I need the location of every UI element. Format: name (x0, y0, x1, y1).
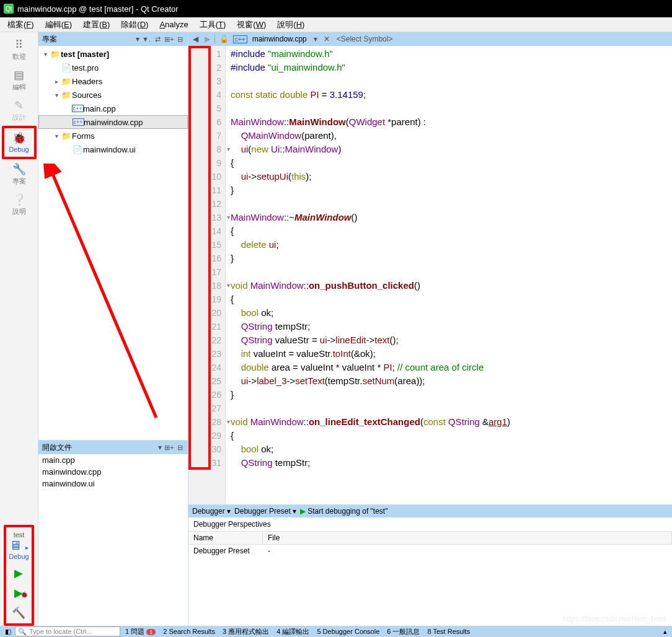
editor-toolbar: ◀ ▶ 🔓 c++ mainwindow.cpp ▾ ✕ <Select Sym… (188, 32, 672, 46)
mode-projects[interactable]: 🔧專案 (2, 159, 37, 190)
debugger-perspectives-label: Debugger Perspectives (188, 517, 672, 531)
menu-edit[interactable]: 編輯(E) (40, 18, 77, 32)
start-debug-button[interactable]: ▶Start debugging of "test" (300, 507, 387, 516)
project-pane-title: 專案 (42, 34, 133, 45)
output-tab[interactable]: 1 問題 1 (122, 627, 159, 636)
filter-icon[interactable]: ▼. (142, 35, 151, 43)
debugger-table[interactable]: Name File Debugger Preset - (188, 531, 672, 557)
debugger-row[interactable]: Debugger Preset - (188, 545, 672, 557)
target-selector[interactable]: test 🖥 ▸ Debug (9, 531, 29, 560)
openfiles-list[interactable]: main.cppmainwindow.cppmainwindow.ui (38, 454, 188, 626)
wrench-icon: 🔧 (12, 163, 27, 175)
menu-debug[interactable]: 除錯(D) (116, 18, 153, 32)
titlebar: Qt mainwindow.cpp @ test [master] - Qt C… (0, 0, 672, 17)
output-tab[interactable]: 8 Test Results (423, 628, 474, 635)
search-icon: 🔍 (18, 628, 27, 636)
mode-edit[interactable]: ▤編輯 (2, 65, 37, 95)
debugger-toolbar: Debugger ▾ Debugger Preset ▾ ▶Start debu… (188, 505, 672, 517)
tree-row[interactable]: ▾📁Forms (38, 129, 188, 143)
output-tab[interactable]: 6 一般訊息 (383, 627, 423, 636)
dropdown-icon[interactable]: ▾ (136, 35, 139, 43)
debugger-preset-dropdown[interactable]: Debugger Preset ▾ (234, 507, 296, 516)
col-name[interactable]: Name (188, 532, 263, 544)
mode-design[interactable]: ✎設計 (2, 95, 37, 126)
code-editor[interactable]: 12345678▾910111213▾1415161718▾1920212223… (188, 46, 672, 504)
tree-row[interactable]: ▾📁test [master] (38, 47, 188, 61)
mode-bar: ⠿歡迎 ▤編輯 ✎設計 🐞Debug 🔧專案 ❔說明 test 🖥 ▸ Debu… (0, 32, 38, 626)
cpp-file-icon: c++ (233, 35, 247, 43)
output-tab[interactable]: 4 編譯輸出 (273, 627, 313, 636)
openfiles-header: 開啟文件 ▾ ⊞+ ⊟ (38, 441, 188, 454)
monitor-icon: 🖥 ▸ (9, 538, 29, 553)
close-pane-icon[interactable]: ⊟ (175, 35, 184, 43)
tree-row[interactable]: 📄test.pro (38, 61, 188, 74)
close-output-icon[interactable]: ▴ (661, 628, 670, 636)
output-tab[interactable]: 2 Search Results (159, 628, 219, 635)
line-gutter[interactable]: 12345678▾910111213▾1415161718▾1920212223… (188, 46, 226, 504)
tree-row[interactable]: c++main.cpp (38, 102, 188, 115)
bug-icon: 🐞 (12, 132, 27, 144)
editor-filename[interactable]: mainwindow.cpp (250, 35, 309, 43)
watermark: https://blog.csdn.net/Rem_boot (563, 615, 666, 623)
col-file[interactable]: File (263, 532, 672, 544)
debugger-panel: Debugger ▾ Debugger Preset ▾ ▶Start debu… (188, 504, 672, 626)
lock-icon[interactable]: 🔓 (218, 35, 231, 43)
output-tab[interactable]: 3 應用程式輸出 (219, 627, 273, 636)
openfile-row[interactable]: mainwindow.cpp (38, 466, 188, 478)
menu-tools[interactable]: 工具(T) (195, 18, 231, 32)
menu-analyze[interactable]: Analyze (154, 19, 193, 30)
openfile-row[interactable]: mainwindow.ui (38, 478, 188, 490)
window-title: mainwindow.cpp @ test [master] - Qt Crea… (17, 4, 179, 14)
symbol-selector[interactable]: <Select Symbol> (334, 35, 670, 43)
menubar: 檔案(F) 編輯(E) 建置(B) 除錯(D) Analyze 工具(T) 視窗… (0, 17, 672, 32)
toggle-sidebar-icon[interactable]: ◧ (2, 628, 14, 636)
close-pane-icon[interactable]: ⊟ (175, 444, 184, 452)
code-content[interactable]: #include "mainwindow.h"#include "ui_main… (226, 46, 672, 504)
pencil-icon: ✎ (12, 99, 27, 112)
menu-window[interactable]: 視窗(W) (232, 18, 271, 32)
add-split-icon[interactable]: ⊞+ (164, 35, 173, 43)
tree-row[interactable]: 📄mainwindow.ui (38, 143, 188, 156)
mode-help[interactable]: ❔說明 (2, 190, 37, 220)
nav-back-icon[interactable]: ◀ (191, 35, 200, 43)
menu-file[interactable]: 檔案(F) (2, 18, 39, 32)
link-icon[interactable]: ⇄ (153, 35, 162, 43)
add-split-icon[interactable]: ⊞+ (164, 444, 173, 452)
menu-build[interactable]: 建置(B) (78, 18, 115, 32)
locator-input[interactable]: 🔍Type to locate (Ctrl... (15, 626, 120, 636)
doc-icon: ▤ (12, 69, 27, 81)
openfiles-title: 開啟文件 (42, 442, 156, 453)
tree-row[interactable]: c++mainwindow.cpp (38, 115, 188, 129)
nav-fwd-icon[interactable]: ▶ (203, 35, 212, 43)
mode-debug[interactable]: 🐞Debug (2, 126, 37, 159)
mode-welcome[interactable]: ⠿歡迎 (2, 35, 37, 65)
question-icon: ❔ (12, 193, 27, 206)
tree-row[interactable]: ▾📁Sources (38, 88, 188, 102)
project-tree[interactable]: ▾📁test [master]📄test.pro▸📁Headers▾📁Sourc… (38, 46, 188, 440)
output-tab[interactable]: 5 Debugger Console (313, 628, 383, 635)
dropdown-icon[interactable]: ▾ (158, 443, 162, 452)
grid-icon: ⠿ (12, 38, 27, 51)
close-file-icon[interactable]: ✕ (322, 35, 332, 43)
project-pane-header: 專案 ▾ ▼. ⇄ ⊞+ ⊟ (38, 32, 188, 46)
run-button[interactable]: ▶ (14, 566, 23, 580)
debug-run-button[interactable]: ▶🐞 (14, 586, 23, 600)
file-dropdown-icon[interactable]: ▾ (312, 35, 319, 43)
statusbar: ◧ 🔍Type to locate (Ctrl... 1 問題 12 Searc… (0, 626, 672, 637)
tree-row[interactable]: ▸📁Headers (38, 74, 188, 88)
debugger-dropdown[interactable]: Debugger ▾ (192, 507, 231, 516)
build-button[interactable]: 🔨 (12, 606, 25, 620)
menu-help[interactable]: 說明(H) (272, 18, 309, 32)
app-icon: Qt (4, 4, 14, 14)
openfile-row[interactable]: main.cpp (38, 454, 188, 466)
